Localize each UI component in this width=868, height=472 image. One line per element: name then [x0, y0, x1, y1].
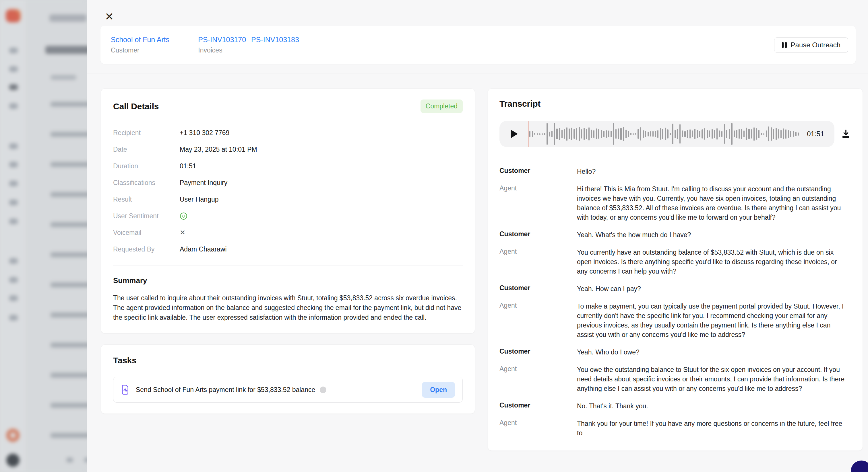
detail-field-row: Duration 01:51 ✕ [113, 158, 463, 174]
customer-label: Customer [111, 46, 169, 54]
message-speaker: Agent [499, 365, 577, 394]
task-row[interactable]: Send School of Fun Arts payment link for… [113, 377, 463, 403]
status-badge: Completed [421, 100, 463, 113]
message-speaker: Agent [499, 184, 577, 222]
message-text: Yeah. What's the how much do I have? [577, 230, 848, 240]
message-text: To make a payment, you can typically use… [577, 302, 848, 339]
task-open-button[interactable]: Open [422, 382, 455, 398]
divider [113, 266, 463, 266]
transcript-message: Customer Yeah. What's the how much do I … [499, 230, 851, 240]
waveform[interactable] [529, 123, 799, 145]
positive-sentiment-icon [180, 212, 187, 220]
invoice-link[interactable]: PS-INV103183 [251, 36, 299, 44]
message-text: Thank you for your time! If you have any… [577, 419, 848, 438]
field-value: User Hangup [180, 196, 219, 203]
duration-time: 01:51 [807, 130, 824, 138]
summary-text: The user called to inquire about their o… [113, 293, 463, 322]
playhead-marker[interactable] [528, 121, 529, 147]
pause-icon [782, 42, 787, 48]
message-text: Hello? [577, 167, 848, 176]
field-label: Recipient [113, 129, 180, 137]
summary-title: Summary [113, 276, 463, 285]
field-label: Duration [113, 162, 180, 170]
customer-link[interactable]: School of Fun Arts [111, 36, 169, 44]
task-assignee-avatar[interactable] [320, 386, 327, 393]
detail-field-row: Classifications Payment Inquiry ✕ [113, 174, 463, 191]
download-icon[interactable] [841, 129, 851, 139]
message-speaker: Agent [499, 248, 577, 276]
field-value: 01:51 [180, 162, 196, 170]
pause-outreach-button[interactable]: Pause Outreach [774, 37, 848, 53]
detail-field-row: Recipient +1 310 302 7769 ✕ [113, 125, 463, 141]
message-text: Hi there! This is Mia from Stuut. I'm ca… [577, 184, 848, 222]
background-page [0, 0, 87, 472]
field-label: Result [113, 196, 180, 203]
message-speaker: Customer [499, 401, 577, 411]
tasks-card: Tasks Send School of Fun Arts payment li… [101, 344, 475, 414]
message-speaker: Customer [499, 284, 577, 294]
task-document-icon [121, 385, 129, 395]
task-text: Send School of Fun Arts payment link for… [136, 386, 315, 394]
tasks-title: Tasks [113, 356, 463, 365]
message-text: You currently have an outstanding balanc… [577, 248, 848, 276]
field-value: May 23, 2025 at 10:01 PM [180, 146, 257, 154]
field-value: +1 310 302 7769 [180, 129, 229, 137]
field-label: User Sentiment [113, 212, 180, 220]
message-speaker: Agent [499, 302, 577, 339]
detail-field-row: Result User Hangup ✕ [113, 191, 463, 208]
call-details-title: Call Details [113, 102, 159, 111]
field-label: Voicemail [113, 229, 180, 237]
invoice-link[interactable]: PS-INV103170 [198, 36, 246, 44]
transcript-card: Transcript 01:51 [488, 88, 863, 451]
message-speaker: Customer [499, 167, 577, 176]
invoices-column: PS-INV103170PS-INV103183 Invoices [198, 36, 299, 54]
modal-body: Call Details Completed Recipient +1 310 … [87, 73, 868, 472]
detail-field-row: Voicemail ✕ ✕ [113, 224, 463, 241]
message-speaker: Customer [499, 230, 577, 240]
message-speaker: Agent [499, 419, 577, 438]
modal-header-card: School of Fun Arts Customer PS-INV103170… [100, 26, 856, 64]
transcript-message: Agent Thank you for your time! If you ha… [499, 419, 851, 438]
audio-player-pill: 01:51 [499, 121, 834, 147]
invoices-label: Invoices [198, 46, 299, 54]
transcript-message: Agent You owe the outstanding balance to… [499, 365, 851, 394]
field-label: Classifications [113, 179, 180, 187]
message-text: Yeah. Who do I owe? [577, 347, 848, 357]
transcript-title: Transcript [499, 99, 851, 109]
call-details-modal: ✕ School of Fun Arts Customer PS-INV1031… [87, 0, 868, 472]
message-text: Yeah. How can I pay? [577, 284, 848, 294]
transcript-message: Customer Yeah. Who do I owe? [499, 347, 851, 357]
field-value: Adam Chaarawi [180, 245, 227, 253]
transcript-message: Customer Yeah. How can I pay? [499, 284, 851, 294]
message-text: No. That's it. Thank you. [577, 401, 848, 411]
detail-field-row: Requested By Adam Chaarawi ✕ [113, 241, 463, 258]
field-value: Payment Inquiry [180, 179, 227, 187]
audio-player: 01:51 [499, 121, 851, 147]
message-speaker: Customer [499, 347, 577, 357]
transcript-message: Agent You currently have an outstanding … [499, 248, 851, 276]
transcript-message: Customer Hello? [499, 167, 851, 176]
customer-column: School of Fun Arts Customer [111, 36, 169, 54]
transcript-message: Agent To make a payment, you can typical… [499, 302, 851, 339]
voicemail-none-icon: ✕ [180, 229, 185, 237]
detail-field-row: Date May 23, 2025 at 10:01 PM ✕ [113, 141, 463, 158]
play-icon[interactable] [510, 129, 520, 139]
transcript-message: Customer No. That's it. Thank you. [499, 401, 851, 411]
message-text: You owe the outstanding balance to Stuut… [577, 365, 848, 394]
close-icon[interactable]: ✕ [103, 10, 116, 23]
call-details-card: Call Details Completed Recipient +1 310 … [101, 88, 475, 334]
detail-field-row: User Sentiment positive ✕ [113, 208, 463, 224]
transcript-message: Agent Hi there! This is Mia from Stuut. … [499, 184, 851, 222]
field-label: Date [113, 146, 180, 154]
field-label: Requested By [113, 245, 180, 253]
